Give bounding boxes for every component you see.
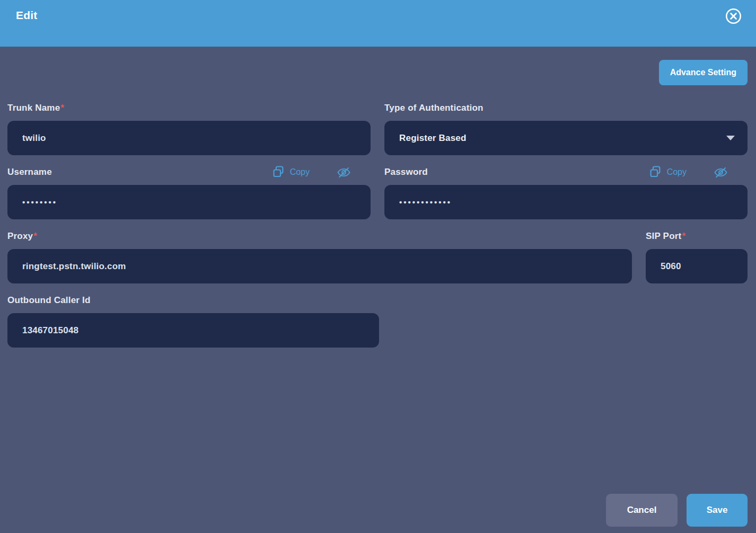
eye-off-icon [713,173,728,181]
proxy-input[interactable] [7,249,632,283]
trunk-name-field-group: Trunk Name* [7,103,371,155]
username-input[interactable] [7,185,371,219]
advance-setting-button[interactable]: Advance Setting [659,60,748,85]
copy-icon [648,165,662,180]
chevron-down-icon [726,136,735,140]
outbound-caller-id-label: Outbound Caller Id [7,295,91,306]
copy-label: Copy [290,167,310,177]
outbound-caller-id-label-row: Outbound Caller Id [7,295,748,306]
auth-type-field-group: Type of Authentication Register Based [384,103,748,155]
form-row-2: Username Copy [7,167,748,219]
copy-icon [271,165,285,180]
password-copy-button[interactable]: Copy [648,165,687,180]
modal-title: Edit [16,9,37,22]
auth-type-label-row: Type of Authentication [384,103,748,113]
proxy-label: Proxy [7,231,33,242]
password-label-row: Password Copy [384,167,748,177]
save-button[interactable]: Save [687,494,748,527]
sip-port-label: SIP Port [646,231,681,242]
sip-port-label-row: SIP Port* [646,231,748,242]
username-copy-button[interactable]: Copy [271,165,310,180]
proxy-label-row: Proxy* [7,231,632,242]
form-row-1: Trunk Name* Type of Authentication Regis… [7,103,748,155]
password-field-group: Password Copy [384,167,748,219]
auth-type-select[interactable]: Register Based [384,121,748,155]
required-asterisk: * [60,103,64,113]
copy-label: Copy [667,167,687,177]
required-asterisk: * [33,231,37,242]
required-asterisk: * [682,231,685,242]
outbound-caller-id-field-group: Outbound Caller Id [7,295,748,348]
username-actions: Copy [271,165,371,180]
close-button[interactable] [725,8,742,24]
edit-trunk-modal: Edit Advance Setting Trunk Name* [0,0,756,533]
close-icon [725,18,742,26]
modal-body: Advance Setting Trunk Name* Type of Auth… [0,47,756,533]
sip-port-field-group: SIP Port* [646,231,748,283]
password-input[interactable] [384,185,748,219]
modal-header: Edit [0,0,756,47]
username-label: Username [7,167,52,177]
username-label-row: Username Copy [7,167,371,177]
password-label: Password [384,167,428,177]
trunk-name-input[interactable] [7,121,371,155]
username-field-group: Username Copy [7,167,371,219]
sip-port-input[interactable] [646,249,748,283]
username-visibility-toggle[interactable] [336,165,351,180]
password-actions: Copy [648,165,748,180]
cancel-button[interactable]: Cancel [606,494,678,527]
trunk-name-label-row: Trunk Name* [7,103,371,113]
form-row-3: Proxy* SIP Port* [7,231,748,283]
trunk-name-label: Trunk Name [7,103,60,113]
proxy-field-group: Proxy* [7,231,632,283]
auth-type-label: Type of Authentication [384,103,484,113]
modal-footer: Cancel Save [7,494,748,527]
toolbar-row: Advance Setting [7,60,748,85]
password-visibility-toggle[interactable] [713,165,728,180]
eye-off-icon [336,173,351,181]
outbound-caller-id-input[interactable] [7,313,379,348]
auth-type-selected-value: Register Based [399,133,467,144]
